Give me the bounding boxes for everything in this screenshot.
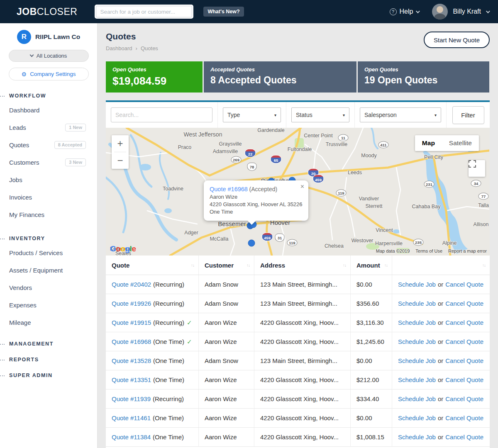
sidebar-item-customers[interactable]: Customers3 New	[0, 153, 97, 171]
quote-link[interactable]: Quote #16968	[112, 338, 151, 345]
user-menu[interactable]: Billy Kraft	[432, 4, 489, 19]
cancel-quote-link[interactable]: Cancel Quote	[445, 357, 483, 364]
schedule-job-link[interactable]: Schedule Job	[398, 338, 436, 345]
sidebar-item-assets-equipment[interactable]: Assets / Equipment	[0, 261, 97, 279]
breadcrumb-dashboard[interactable]: Dashboard	[106, 45, 132, 51]
column-label: Address	[260, 262, 285, 269]
info-quote-status: (Accepted)	[249, 186, 278, 192]
cancel-quote-link[interactable]: Cancel Quote	[445, 281, 483, 288]
sidebar-item-my-finances[interactable]: My Finances	[0, 206, 97, 223]
map-label: Vincent	[376, 227, 393, 233]
cancel-quote-link[interactable]: Cancel Quote	[445, 376, 483, 383]
quote-link[interactable]: Quote #13351	[112, 376, 151, 383]
quote-type: (Recurring)	[153, 300, 184, 307]
type-select[interactable]: Type▾	[223, 107, 281, 122]
sidebar-item-leads[interactable]: Leads1 New	[0, 119, 97, 136]
status-select[interactable]: Status▾	[291, 107, 349, 122]
fullscreen-button[interactable]	[469, 160, 485, 177]
address-cell: 123 Main Street, Birmingh...	[254, 275, 351, 294]
schedule-job-link[interactable]: Schedule Job	[398, 395, 436, 402]
schedule-job-link[interactable]: Schedule Job	[398, 433, 436, 441]
whats-new-button[interactable]: What's New?	[203, 7, 244, 17]
all-locations-dropdown[interactable]: All Locations	[9, 50, 89, 62]
schedule-job-link[interactable]: Schedule Job	[398, 414, 436, 421]
sidebar-item-jobs[interactable]: Jobs	[0, 171, 97, 188]
sidebar-item-mileage[interactable]: Mileage	[0, 314, 97, 331]
global-search-input[interactable]	[96, 6, 192, 17]
route-shield: 459	[262, 233, 273, 241]
terms-of-use-link[interactable]: Terms of Use	[415, 248, 442, 253]
stat-label: Open Quotes	[112, 66, 196, 73]
close-icon[interactable]: ×	[300, 183, 304, 190]
sort-icon[interactable]: ↑↓	[482, 263, 486, 268]
start-new-quote-button[interactable]: Start New Quote	[424, 32, 490, 48]
fullscreen-icon	[469, 160, 476, 168]
table-row: Quote #19926(Recurring) Adam Snow 123 Ma…	[106, 294, 490, 313]
map-label: Gardendale	[257, 128, 284, 133]
map-label: Chelsea	[325, 243, 344, 249]
filter-button[interactable]: Filter	[452, 106, 484, 124]
section-reports[interactable]: REPORTS	[0, 357, 97, 363]
cancel-quote-link[interactable]: Cancel Quote	[445, 300, 483, 307]
help-menu[interactable]: ? Help	[390, 8, 419, 15]
cancel-quote-link[interactable]: Cancel Quote	[445, 338, 483, 345]
cancel-quote-link[interactable]: Cancel Quote	[445, 433, 483, 441]
section-management[interactable]: MANAGEMENT	[0, 341, 97, 347]
schedule-job-link[interactable]: Schedule Job	[398, 376, 436, 383]
company-settings-button[interactable]: ⚙ Company Settings	[9, 68, 89, 80]
map-marker[interactable]	[248, 240, 255, 247]
report-map-error-link[interactable]: Report a map error	[448, 248, 487, 253]
zoom-in-button[interactable]: +	[112, 135, 129, 152]
satellite-tab[interactable]: Satellite	[442, 135, 479, 151]
sidebar-item-vendors[interactable]: Vendors	[0, 279, 97, 296]
quote-link[interactable]: Quote #11461	[112, 414, 151, 421]
sort-icon[interactable]: ↑↓	[384, 263, 388, 268]
sort-icon[interactable]: ↑↓	[343, 263, 346, 268]
customer-cell: Aaron Wize	[199, 409, 254, 427]
schedule-job-link[interactable]: Schedule Job	[398, 300, 436, 307]
quote-link[interactable]: Quote #19915	[112, 319, 151, 326]
sidebar-item-dashboard[interactable]: Dashboard	[0, 101, 97, 119]
cancel-quote-link[interactable]: Cancel Quote	[445, 319, 483, 326]
cancel-quote-link[interactable]: Cancel Quote	[445, 395, 483, 402]
company-avatar: R	[17, 30, 31, 44]
quote-link[interactable]: Quote #19926	[112, 300, 151, 307]
sort-icon[interactable]: ↑↓	[191, 263, 194, 268]
quotes-map[interactable]: Gardendale West Jefferson Center Point T…	[106, 128, 490, 256]
or-text: or	[438, 281, 443, 288]
quotes-table: Quote↑↓ Customer↑↓ Address↑↓ Amount↑↓ ↑↓…	[106, 256, 490, 448]
sidebar-item-invoices[interactable]: Invoices	[0, 188, 97, 206]
sidebar-item-label: Mileage	[9, 319, 31, 326]
info-quote-link[interactable]: Quote #16968	[210, 186, 248, 192]
quotes-search-input[interactable]	[111, 107, 212, 122]
sidebar-item-products-services[interactable]: Products / Services	[0, 244, 97, 261]
quote-link[interactable]: Quote #13528	[112, 357, 151, 364]
sidebar-item-expenses[interactable]: Expenses	[0, 296, 97, 314]
quote-type: (Recurring)	[153, 395, 184, 402]
stat-card-accepted-quotes: Accepted Quotes 8 Accepted Quotes	[204, 61, 356, 93]
quote-link[interactable]: Quote #20402	[112, 281, 151, 288]
schedule-job-link[interactable]: Schedule Job	[398, 281, 436, 288]
logo-letter: e	[132, 244, 136, 253]
column-label: Amount	[356, 262, 380, 269]
stat-label: Open Quotes	[364, 66, 483, 73]
quote-type: (One Time)	[153, 376, 184, 383]
logo-light: CLOSER	[37, 6, 78, 17]
schedule-job-link[interactable]: Schedule Job	[398, 357, 436, 364]
sidebar-item-quotes[interactable]: Quotes8 Accepted	[0, 136, 97, 153]
quote-link[interactable]: Quote #11384	[112, 433, 151, 441]
map-label: Cahaba Bay	[412, 204, 441, 209]
zoom-out-button[interactable]: −	[112, 152, 129, 169]
customer-cell: Aaron Wize	[199, 428, 254, 446]
route-shield: 34	[471, 180, 481, 187]
schedule-job-link[interactable]: Schedule Job	[398, 319, 436, 326]
logo-bold: JOB	[17, 6, 37, 17]
salesperson-select[interactable]: Salesperson▾	[360, 107, 441, 122]
map-tab[interactable]: Map	[415, 135, 442, 151]
cancel-quote-link[interactable]: Cancel Quote	[445, 414, 483, 421]
section-super-admin[interactable]: SUPER ADMIN	[0, 373, 97, 378]
quote-link[interactable]: Quote #11939	[112, 395, 151, 402]
map-label: Center Point	[304, 133, 332, 139]
sort-icon[interactable]: ↑↓	[247, 263, 250, 268]
map-label: Graysville	[219, 141, 242, 147]
